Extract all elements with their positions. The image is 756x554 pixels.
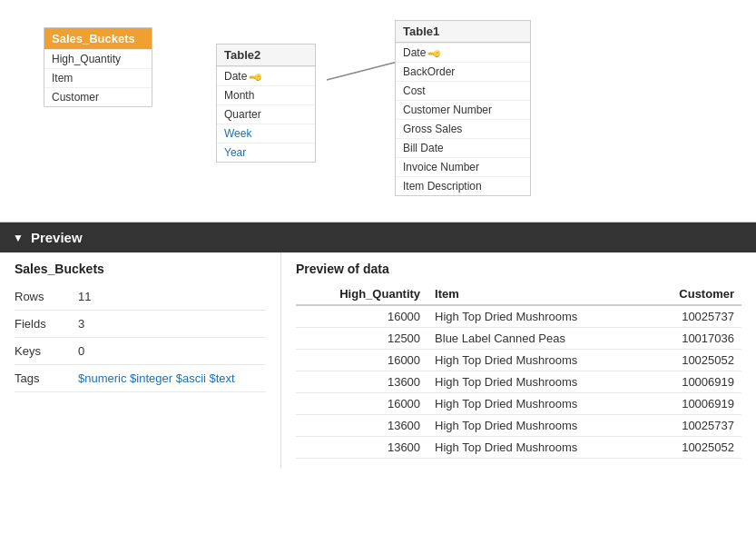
data-preview-title: Preview of data <box>296 262 741 276</box>
cell-high-quantity: 12500 <box>296 328 427 350</box>
preview-header: ▼ Preview <box>0 223 756 252</box>
cell-item: High Top Dried Mushrooms <box>427 415 645 437</box>
field-year: Year <box>217 143 315 162</box>
table-row: 16000 High Top Dried Mushrooms 10006919 <box>296 393 741 415</box>
table-sales-buckets: Sales_Buckets High_Quantity Item Custome… <box>44 27 152 107</box>
key-icon-t2: 🔑 <box>249 69 263 84</box>
field-customer-number: Customer Number <box>396 100 530 119</box>
arrow-icon: ▼ <box>13 232 24 244</box>
field-quarter: Quarter <box>217 104 315 124</box>
cell-customer: 10006919 <box>645 371 741 393</box>
cell-high-quantity: 16000 <box>296 393 427 415</box>
field-customer: Customer <box>44 87 152 106</box>
field-date-t2: Date 🔑 <box>217 66 315 85</box>
col-header-item: Item <box>427 283 645 305</box>
data-table: High_Quantity Item Customer 16000 High T… <box>296 283 741 459</box>
svg-line-0 <box>327 62 398 80</box>
table-table2-header: Table2 <box>217 45 315 66</box>
cell-item: High Top Dried Mushrooms <box>427 371 645 393</box>
key-icon-t1: 🔑 <box>427 45 442 60</box>
cell-customer: 10025052 <box>645 437 741 459</box>
tags-label: Tags <box>15 371 78 385</box>
cell-high-quantity: 13600 <box>296 415 427 437</box>
field-item-description: Item Description <box>396 176 530 195</box>
table-table1: Table1 Date 🔑 BackOrder Cost Customer Nu… <box>395 20 531 196</box>
cell-high-quantity: 16000 <box>296 350 427 371</box>
table-row: 16000 High Top Dried Mushrooms 10025737 <box>296 305 741 328</box>
data-preview: Preview of data High_Quantity Item Custo… <box>281 252 756 468</box>
field-date-t1: Date 🔑 <box>396 43 530 62</box>
preview-content: Sales_Buckets Rows 11 Fields 3 Keys 0 Ta… <box>0 252 756 468</box>
fields-label: Fields <box>15 317 78 331</box>
table-table2: Table2 Date 🔑 Month Quarter Week Year <box>216 44 316 163</box>
table-row: 13600 High Top Dried Mushrooms 10025052 <box>296 437 741 459</box>
cell-customer: 10025737 <box>645 415 741 437</box>
cell-high-quantity: 16000 <box>296 305 427 328</box>
cell-item: High Top Dried Mushrooms <box>427 350 645 371</box>
table-header-row: High_Quantity Item Customer <box>296 283 741 305</box>
table-table1-header: Table1 <box>396 21 530 43</box>
field-high-quantity: High_Quantity <box>44 49 152 68</box>
field-item: Item <box>44 68 152 87</box>
field-date-text: Date <box>224 70 247 83</box>
rows-value: 11 <box>78 290 91 303</box>
cell-item: High Top Dried Mushrooms <box>427 393 645 415</box>
stats-row-rows: Rows 11 <box>15 283 266 311</box>
tags-value: $numeric $integer $ascii $text <box>78 371 235 385</box>
field-month: Month <box>217 85 315 104</box>
field-invoice-number: Invoice Number <box>396 157 530 176</box>
rows-label: Rows <box>15 290 78 303</box>
cell-item: Blue Label Canned Peas <box>427 328 645 350</box>
cell-item: High Top Dried Mushrooms <box>427 305 645 328</box>
field-bill-date: Bill Date <box>396 138 530 157</box>
table-sales-buckets-header: Sales_Buckets <box>44 28 152 49</box>
field-gross-sales: Gross Sales <box>396 119 530 138</box>
cell-item: High Top Dried Mushrooms <box>427 437 645 459</box>
cell-customer: 10025737 <box>645 305 741 328</box>
table-row: 13600 High Top Dried Mushrooms 10006919 <box>296 371 741 393</box>
cell-customer: 10025052 <box>645 350 741 371</box>
field-week: Week <box>217 124 315 143</box>
table-row: 13600 High Top Dried Mushrooms 10025737 <box>296 415 741 437</box>
stats-row-fields: Fields 3 <box>15 311 266 338</box>
table-row: 12500 Blue Label Canned Peas 10017036 <box>296 328 741 350</box>
cell-customer: 10017036 <box>645 328 741 350</box>
col-header-high-quantity: High_Quantity <box>296 283 427 305</box>
field-date-t1-text: Date <box>403 46 426 59</box>
cell-high-quantity: 13600 <box>296 371 427 393</box>
diagram-area: Sales_Buckets High_Quantity Item Custome… <box>0 0 756 223</box>
keys-value: 0 <box>78 344 84 358</box>
preview-title: Preview <box>31 230 83 245</box>
cell-high-quantity: 13600 <box>296 437 427 459</box>
fields-value: 3 <box>78 317 84 331</box>
keys-label: Keys <box>15 344 78 358</box>
stats-row-tags: Tags $numeric $integer $ascii $text <box>15 365 266 392</box>
stats-row-keys: Keys 0 <box>15 338 266 365</box>
cell-customer: 10006919 <box>645 393 741 415</box>
field-backorder: BackOrder <box>396 62 530 81</box>
table-row: 16000 High Top Dried Mushrooms 10025052 <box>296 350 741 371</box>
field-cost: Cost <box>396 81 530 100</box>
stats-panel: Sales_Buckets Rows 11 Fields 3 Keys 0 Ta… <box>0 252 281 468</box>
stats-title: Sales_Buckets <box>15 262 266 276</box>
col-header-customer: Customer <box>645 283 741 305</box>
